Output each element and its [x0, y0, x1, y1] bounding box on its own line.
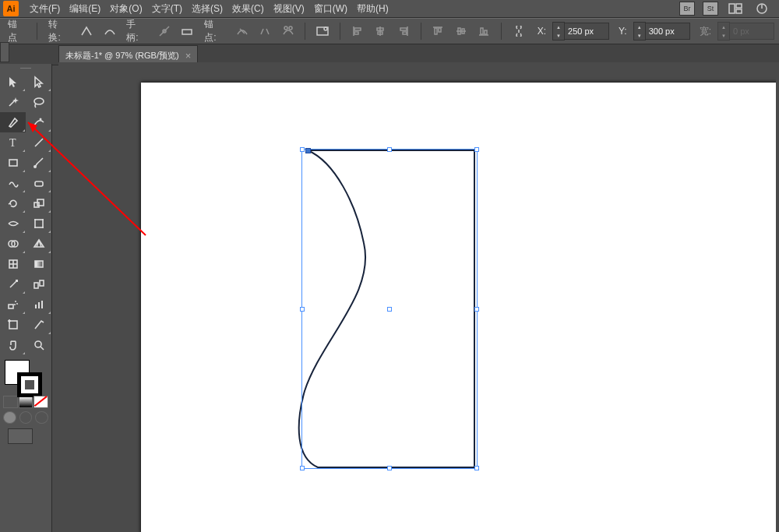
screen-mode-button[interactable]: [8, 428, 33, 444]
y-field[interactable]: ▲▼: [633, 22, 690, 41]
svg-rect-60: [34, 283, 38, 288]
svg-rect-44: [35, 220, 43, 227]
svg-rect-29: [481, 28, 483, 34]
selection-bounds[interactable]: [301, 149, 478, 469]
draw-normal-button[interactable]: [3, 411, 16, 424]
pen-tool[interactable]: [0, 112, 26, 132]
x-field[interactable]: ▲▼: [552, 22, 609, 41]
menu-type[interactable]: 文字(T): [147, 0, 187, 17]
svg-rect-68: [41, 301, 43, 308]
shaper-tool[interactable]: [0, 173, 26, 193]
arrange-docs-button[interactable]: [726, 0, 745, 18]
draw-inside-button[interactable]: [35, 411, 48, 424]
show-handles-button[interactable]: [155, 22, 174, 41]
svg-rect-66: [35, 305, 37, 308]
hide-handles-button[interactable]: [178, 22, 197, 41]
x-input[interactable]: [565, 23, 609, 40]
remove-anchor-button[interactable]: [233, 22, 252, 41]
none-mode-button[interactable]: [33, 396, 48, 408]
corner-point-button[interactable]: [77, 22, 96, 41]
collapsed-panel-tab[interactable]: [0, 42, 9, 62]
gpu-button[interactable]: [753, 0, 771, 18]
paintbrush-tool[interactable]: [26, 153, 51, 173]
eraser-tool[interactable]: [26, 173, 51, 193]
scale-tool[interactable]: [26, 193, 51, 213]
align-hcenter-button[interactable]: [372, 22, 390, 41]
toolbox: T: [0, 64, 52, 532]
symbol-sprayer-tool[interactable]: [0, 294, 26, 315]
artboard-tool[interactable]: [0, 315, 26, 335]
gradient-mode-button[interactable]: [19, 396, 33, 408]
handle-top-right[interactable]: [474, 147, 479, 152]
anchor-point[interactable]: [305, 148, 311, 153]
rectangle-tool[interactable]: [0, 153, 26, 173]
stock-button[interactable]: St: [703, 2, 718, 16]
slice-tool[interactable]: [26, 315, 51, 335]
isolate-button[interactable]: [313, 22, 332, 41]
svg-point-63: [15, 301, 16, 302]
svg-rect-42: [34, 203, 39, 207]
cut-anchor-button[interactable]: [279, 22, 298, 41]
link-wh-icon[interactable]: [509, 22, 528, 41]
svg-point-10: [289, 26, 292, 30]
gradient-tool[interactable]: [26, 254, 51, 274]
column-graph-tool[interactable]: [26, 294, 51, 315]
connect-anchor-button[interactable]: [256, 22, 274, 41]
handle-top-center[interactable]: [387, 147, 392, 152]
align-vcenter-button[interactable]: [452, 22, 471, 41]
canvas-area[interactable]: [58, 62, 779, 532]
handle-bottom-left[interactable]: [300, 466, 305, 470]
handle-top-left[interactable]: [300, 147, 305, 152]
handle-bottom-right[interactable]: [474, 466, 479, 470]
blend-tool[interactable]: [26, 274, 51, 294]
free-transform-tool[interactable]: [26, 213, 51, 234]
draw-behind-button[interactable]: [19, 411, 33, 424]
svg-marker-31: [9, 77, 16, 87]
svg-rect-7: [182, 30, 192, 34]
handle-bottom-center[interactable]: [387, 466, 392, 470]
menu-edit[interactable]: 编辑(E): [65, 0, 105, 17]
menu-effect[interactable]: 效果(C): [227, 0, 269, 17]
menu-object[interactable]: 对象(O): [105, 0, 146, 17]
line-segment-tool[interactable]: [26, 132, 51, 153]
align-top-button[interactable]: [429, 22, 448, 41]
fill-stroke-swatches[interactable]: [0, 355, 51, 394]
magic-wand-tool[interactable]: [0, 92, 26, 112]
menu-file[interactable]: 文件(F): [25, 0, 65, 17]
rotate-tool[interactable]: [0, 193, 26, 213]
perspective-grid-tool[interactable]: [26, 234, 51, 254]
menu-view[interactable]: 视图(V): [269, 0, 309, 17]
close-icon[interactable]: ×: [185, 50, 192, 62]
eyedropper-tool[interactable]: [0, 274, 26, 294]
handle-middle-left[interactable]: [300, 307, 305, 312]
handle-middle-right[interactable]: [474, 307, 479, 312]
svg-point-72: [35, 341, 41, 347]
width-tool[interactable]: [0, 213, 26, 234]
color-mode-button[interactable]: [3, 396, 18, 408]
menu-help[interactable]: 帮助(H): [352, 0, 393, 17]
shape-builder-tool[interactable]: [0, 234, 26, 254]
bridge-button[interactable]: Br: [679, 2, 695, 16]
align-right-button[interactable]: [394, 22, 413, 41]
mesh-tool[interactable]: [0, 254, 26, 274]
curvature-tool[interactable]: [26, 112, 51, 132]
smooth-point-button[interactable]: [100, 22, 119, 41]
type-tool[interactable]: T: [0, 132, 26, 153]
lasso-tool[interactable]: [26, 92, 51, 112]
align-bottom-button[interactable]: [475, 22, 494, 41]
selection-tool[interactable]: [0, 72, 26, 92]
zoom-tool[interactable]: [26, 335, 51, 355]
y-input[interactable]: [646, 23, 690, 40]
svg-rect-41: [35, 181, 43, 186]
align-left-button[interactable]: [348, 22, 367, 41]
direct-selection-tool[interactable]: [26, 72, 51, 92]
handle-center[interactable]: [387, 307, 392, 312]
menu-select[interactable]: 选择(S): [187, 0, 227, 17]
stroke-swatch[interactable]: [17, 372, 42, 397]
hand-tool[interactable]: [0, 335, 26, 355]
svg-point-48: [42, 227, 44, 228]
menu-window[interactable]: 窗口(W): [309, 0, 352, 17]
w-field: ▲▼: [717, 22, 774, 41]
toolbox-grip[interactable]: [0, 64, 51, 72]
svg-rect-11: [317, 27, 328, 35]
